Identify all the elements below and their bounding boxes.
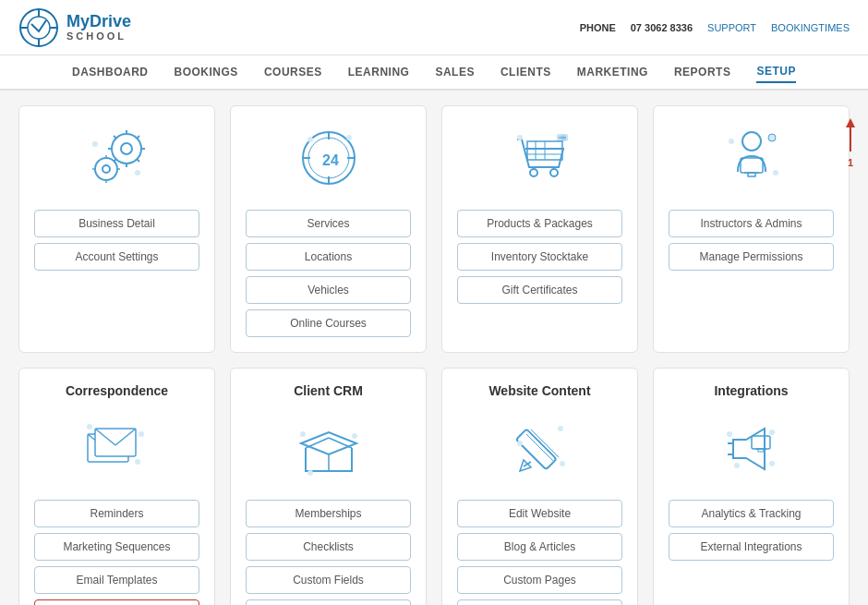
svg-point-76 [517, 441, 523, 446]
btn-gift-certificates[interactable]: Gift Certificates [457, 276, 622, 304]
btn-custom-fields[interactable]: Custom Fields [246, 566, 411, 594]
svg-point-61 [139, 431, 144, 437]
svg-line-15 [137, 159, 139, 162]
client-crm-buttons: Memberships Checklists Custom Fields Cus… [246, 500, 411, 605]
btn-account-settings[interactable]: Account Settings [34, 243, 199, 271]
svg-point-59 [87, 424, 92, 430]
row2-cards: Correspondence Reminders Marketing [18, 368, 850, 605]
nav-courses[interactable]: COURSES [264, 62, 322, 82]
svg-line-14 [114, 136, 116, 139]
card-general: Business Detail Account Settings [18, 105, 215, 353]
btn-marketing-sequences[interactable]: Marketing Sequences [34, 533, 199, 561]
nav-reports[interactable]: REPORTS [674, 62, 731, 82]
card-correspondence: Correspondence Reminders Marketing [18, 368, 215, 605]
btn-analytics-tracking[interactable]: Analytics & Tracking [669, 500, 834, 527]
header: MyDrive SCHOOL PHONE 07 3062 8336 SUPPOR… [0, 0, 868, 55]
svg-point-67 [300, 431, 306, 437]
nav-sales[interactable]: SALES [435, 62, 475, 82]
phone-number: 07 3062 8336 [631, 22, 693, 33]
svg-point-9 [121, 143, 132, 154]
card-staff: Instructors & Admins Manage Permissions [653, 105, 850, 353]
btn-online-courses[interactable]: Online Courses [246, 309, 411, 337]
client-crm-icon [292, 411, 366, 485]
logo-text: MyDrive SCHOOL [66, 13, 131, 42]
svg-point-33 [307, 137, 313, 142]
nav-dashboard[interactable]: DASHBOARD [72, 62, 149, 82]
general-icon [80, 121, 154, 195]
svg-point-25 [135, 170, 140, 175]
client-crm-title: Client CRM [294, 383, 363, 398]
svg-text:24: 24 [322, 152, 339, 168]
svg-line-16 [137, 136, 139, 139]
btn-email-templates[interactable]: Email Templates [34, 566, 199, 594]
btn-custom-forms[interactable]: Custom Forms [246, 599, 411, 605]
btn-homepage-footer[interactable]: Homepage & Footer [457, 599, 622, 605]
btn-reminders[interactable]: Reminders [34, 500, 199, 527]
btn-letter-templates[interactable]: Letter Templates [34, 599, 199, 605]
logo-school: SCHOOL [66, 30, 131, 42]
svg-point-34 [346, 135, 352, 140]
annotation-1-label: 1 [848, 157, 853, 168]
card-services: 24 Services Locations Vehicles Online Co… [230, 105, 427, 353]
btn-products-packages[interactable]: Products & Packages [457, 210, 622, 237]
svg-point-51 [729, 139, 734, 144]
nav-bookings[interactable]: BOOKINGS [175, 62, 238, 82]
btn-locations[interactable]: Locations [246, 243, 411, 271]
logo-icon [18, 7, 59, 48]
website-content-icon [503, 411, 577, 485]
nav-setup[interactable]: SETUP [756, 61, 796, 83]
svg-point-50 [768, 134, 776, 141]
integrations-icon [715, 411, 789, 485]
btn-memberships[interactable]: Memberships [246, 500, 411, 527]
btn-vehicles[interactable]: Vehicles [246, 276, 411, 304]
logo-mydrive: MyDrive [66, 13, 131, 31]
svg-point-40 [530, 169, 537, 176]
svg-rect-47 [741, 158, 763, 173]
btn-external-integrations[interactable]: External Integrations [669, 533, 834, 561]
svg-point-18 [95, 158, 117, 180]
card-integrations: Integrations Analytic [653, 368, 850, 605]
btn-edit-website[interactable]: Edit Website [457, 500, 622, 527]
btn-manage-permissions[interactable]: Manage Permissions [669, 243, 834, 271]
correspondence-buttons: Reminders Marketing Sequences Email Temp… [34, 500, 199, 605]
btn-inventory-stocktake[interactable]: Inventory Stocktake [457, 243, 622, 271]
svg-rect-49 [748, 173, 755, 176]
staff-icon [715, 121, 789, 195]
btn-services[interactable]: Services [246, 210, 411, 237]
general-buttons: Business Detail Account Settings [34, 210, 199, 271]
btn-instructors-admins[interactable]: Instructors & Admins [669, 210, 834, 237]
btn-checklists[interactable]: Checklists [246, 533, 411, 561]
svg-point-77 [560, 461, 565, 466]
products-buttons: Products & Packages Inventory Stocktake … [457, 210, 622, 304]
phone-label: PHONE [580, 22, 616, 33]
svg-point-19 [102, 165, 110, 173]
header-right: PHONE 07 3062 8336 SUPPORT BOOKINGTIMES [580, 22, 850, 33]
btn-blog-articles[interactable]: Blog & Articles [457, 533, 622, 561]
website-content-title: Website Content [488, 383, 590, 398]
bookingtimes-link[interactable]: BOOKINGTIMES [771, 22, 850, 33]
svg-point-46 [742, 132, 761, 151]
svg-marker-7 [846, 118, 855, 127]
svg-point-85 [769, 461, 775, 466]
svg-point-60 [135, 459, 140, 465]
card-client-crm: Client CRM Memberships Checklists Cust [230, 368, 427, 605]
row1-cards: Business Detail Account Settings 24 [18, 105, 850, 353]
svg-point-42 [517, 135, 523, 140]
svg-point-52 [773, 170, 778, 175]
main-nav: DASHBOARD BOOKINGS COURSES LEARNING SALE… [0, 55, 868, 91]
svg-rect-80 [752, 436, 770, 449]
svg-point-75 [558, 426, 563, 431]
support-link[interactable]: SUPPORT [707, 22, 756, 33]
card-website-content: Website Content Edit Website Blog & Arti… [441, 368, 638, 605]
btn-business-detail[interactable]: Business Detail [34, 210, 199, 237]
svg-point-68 [352, 433, 357, 439]
services-buttons: Services Locations Vehicles Online Cours… [246, 210, 411, 337]
nav-clients[interactable]: CLIENTS [500, 62, 551, 82]
svg-point-1 [28, 17, 50, 39]
btn-custom-pages[interactable]: Custom Pages [457, 566, 622, 594]
nav-marketing[interactable]: MARKETING [577, 62, 648, 82]
logo: MyDrive SCHOOL [18, 7, 131, 48]
nav-learning[interactable]: LEARNING [348, 62, 410, 82]
svg-point-84 [769, 430, 775, 435]
website-content-buttons: Edit Website Blog & Articles Custom Page… [457, 500, 622, 605]
